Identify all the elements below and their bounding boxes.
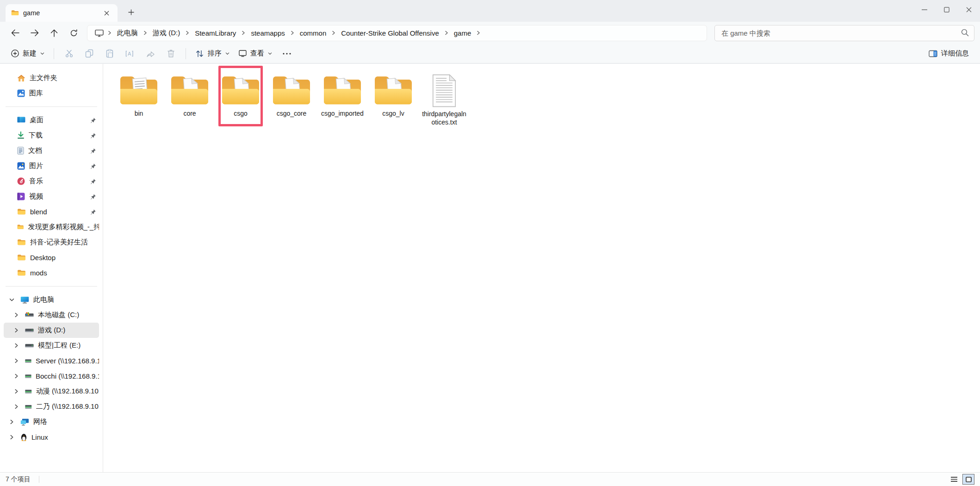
- details-label: 详细信息: [941, 49, 969, 58]
- chevron-right-icon[interactable]: [7, 419, 16, 424]
- cut-button[interactable]: [59, 46, 79, 61]
- breadcrumb-game[interactable]: game: [450, 28, 476, 38]
- large-icons-view-button[interactable]: [962, 474, 974, 485]
- pin-icon: [90, 178, 96, 185]
- sidebar-item-label: 发现更多精彩视频_-_抖音搜索: [28, 223, 99, 231]
- breadcrumb-csgo-dir[interactable]: Counter-Strike Global Offensive: [337, 28, 443, 38]
- paste-button[interactable]: [99, 46, 120, 61]
- pin-icon: [90, 209, 96, 215]
- search-icon[interactable]: [961, 29, 969, 37]
- sidebar-item-label: 抖音-记录美好生活: [30, 238, 88, 247]
- chevron-right-icon[interactable]: [12, 312, 21, 318]
- network-drive-icon: [25, 358, 31, 364]
- breadcrumb-drive-d[interactable]: 游戏 (D:): [149, 27, 184, 39]
- search-input[interactable]: [714, 25, 974, 41]
- sidebar-item-drive-e[interactable]: 模型|工程 (E:): [4, 338, 99, 353]
- sidebar-item-drive-c[interactable]: 本地磁盘 (C:): [4, 307, 99, 323]
- sidebar-item-mods[interactable]: mods: [4, 265, 99, 280]
- share-icon: [146, 50, 155, 58]
- file-tile-csgo-core[interactable]: csgo_core: [266, 72, 317, 127]
- desktop-icon: [17, 117, 25, 124]
- windows-drive-icon: [25, 312, 34, 318]
- drive-icon: [25, 343, 34, 349]
- sidebar-item-douyin-search[interactable]: 发现更多精彩视频_-_抖音搜索: [4, 219, 99, 235]
- sidebar-item-douyin-life[interactable]: 抖音-记录美好生活: [4, 235, 99, 250]
- sidebar-item-this-pc[interactable]: 此电脑: [4, 292, 99, 307]
- breadcrumb-steamlibrary[interactable]: SteamLibrary: [191, 28, 240, 38]
- sidebar-item-drive-s[interactable]: Server (\\192.168.9.102) (S:: [4, 353, 99, 368]
- file-tile-bin[interactable]: bin: [113, 72, 164, 127]
- breadcrumb-common[interactable]: common: [296, 28, 331, 38]
- tab-game[interactable]: game: [6, 4, 118, 22]
- sidebar-item-drive-z[interactable]: 二乃 (\\192.168.9.101) (Z:): [4, 399, 99, 414]
- forward-button[interactable]: [25, 25, 44, 41]
- chevron-right-icon[interactable]: [12, 404, 21, 409]
- file-tile-csgo-lv[interactable]: csgo_lv: [368, 72, 419, 127]
- chevron-right-icon: [475, 31, 482, 35]
- up-button[interactable]: [44, 25, 64, 41]
- view-icon: [239, 50, 247, 57]
- breadcrumb-steamapps[interactable]: steamapps: [247, 28, 289, 38]
- titlebar: game: [0, 0, 980, 22]
- sidebar-item-drive-y[interactable]: 动漫 (\\192.168.9.101) (Y:): [4, 384, 99, 399]
- copy-button[interactable]: [79, 46, 99, 61]
- network-drive-icon: [25, 404, 32, 410]
- sidebar-item-videos[interactable]: 视频: [4, 189, 99, 204]
- file-name: core: [183, 110, 196, 118]
- breadcrumb[interactable]: 此电脑 游戏 (D:) SteamLibrary steamapps commo…: [87, 25, 707, 41]
- pin-icon: [90, 148, 96, 154]
- details-pane-button[interactable]: 详细信息: [924, 46, 974, 61]
- rename-button[interactable]: A: [120, 46, 140, 61]
- back-button[interactable]: [6, 25, 25, 41]
- view-button[interactable]: 查看: [234, 46, 277, 61]
- sidebar-item-label: 文档: [28, 146, 42, 155]
- chevron-right-icon[interactable]: [12, 328, 21, 333]
- breadcrumb-this-pc[interactable]: 此电脑: [113, 27, 142, 39]
- details-view-button[interactable]: [948, 474, 960, 485]
- file-tile-csgo-imported[interactable]: csgo_imported: [317, 72, 368, 127]
- chevron-right-icon[interactable]: [12, 343, 21, 348]
- close-button[interactable]: [958, 0, 980, 19]
- chevron-right-icon[interactable]: [12, 389, 21, 394]
- new-tab-button[interactable]: [123, 4, 139, 20]
- sidebar-item-pictures[interactable]: 图片: [4, 158, 99, 174]
- sidebar-item-label: 二乃 (\\192.168.9.101) (Z:): [36, 402, 99, 411]
- search-box: [714, 25, 974, 41]
- this-pc-icon[interactable]: [92, 28, 106, 38]
- text-file-icon: [430, 74, 459, 108]
- close-icon: [966, 7, 972, 12]
- sidebar-item-home[interactable]: 主文件夹: [4, 70, 99, 86]
- sidebar-item-desktop[interactable]: 桌面: [4, 112, 99, 128]
- delete-button[interactable]: [161, 46, 181, 61]
- sidebar-item-music[interactable]: 音乐: [4, 174, 99, 189]
- sidebar-item-downloads[interactable]: 下载: [4, 128, 99, 143]
- sidebar-item-network[interactable]: 网络: [4, 414, 99, 430]
- chevron-right-icon: [289, 31, 296, 35]
- sidebar-item-blend[interactable]: blend: [4, 204, 99, 219]
- sidebar-item-drive-d[interactable]: 游戏 (D:): [4, 323, 99, 338]
- tab-close-icon[interactable]: [101, 7, 112, 19]
- file-tile-core[interactable]: core: [164, 72, 215, 127]
- file-tile-thirdpartylegalnotices[interactable]: thirdpartylegalnotices.txt: [419, 72, 470, 127]
- maximize-button[interactable]: [936, 0, 958, 19]
- refresh-button[interactable]: [64, 25, 83, 41]
- sidebar-item-linux[interactable]: Linux: [4, 430, 99, 445]
- chevron-right-icon[interactable]: [12, 358, 21, 363]
- sort-icon: [195, 50, 204, 58]
- sidebar-item-documents[interactable]: 文档: [4, 143, 99, 158]
- new-button[interactable]: 新建: [6, 46, 49, 61]
- chevron-right-icon[interactable]: [7, 435, 16, 440]
- tab-title: game: [23, 9, 40, 17]
- sidebar-item-gallery[interactable]: 图库: [4, 86, 99, 101]
- share-button[interactable]: [140, 46, 161, 61]
- file-tile-csgo[interactable]: csgo: [215, 72, 266, 127]
- sidebar-item-desktop-folder[interactable]: Desktop: [4, 250, 99, 265]
- more-ellipsis-icon: [283, 53, 291, 55]
- folder-icon: [17, 208, 26, 215]
- chevron-down-icon[interactable]: [7, 297, 16, 302]
- sort-button[interactable]: 排序: [191, 46, 234, 61]
- more-options-button[interactable]: [277, 46, 297, 61]
- sidebar-item-drive-v[interactable]: Bocchi (\\192.168.9.101) (V:: [4, 368, 99, 384]
- minimize-button[interactable]: [913, 0, 936, 19]
- chevron-right-icon[interactable]: [12, 374, 21, 379]
